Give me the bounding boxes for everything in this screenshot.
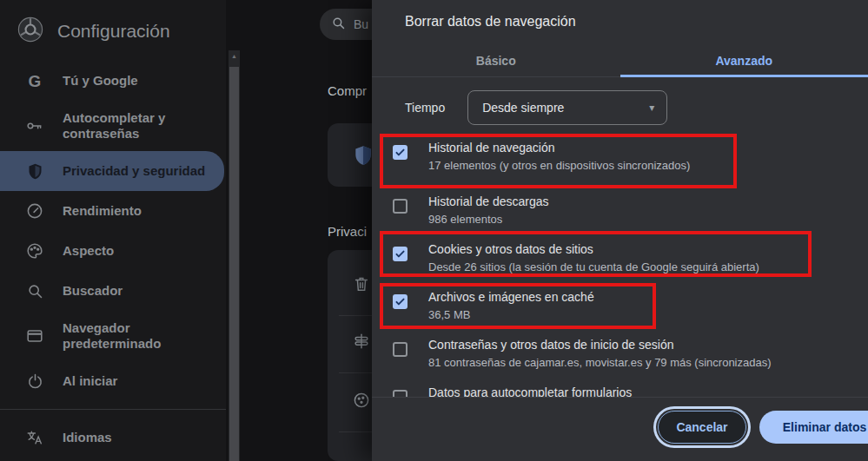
row-autocompletar[interactable]: Datos para autocompletar formularios [372,377,868,398]
row-contrasenas[interactable]: Contraseñas y otros datos de inicio de s… [372,329,868,377]
active-tab-underline [620,75,868,77]
palette-icon [24,240,45,261]
delete-data-button[interactable]: Eliminar datos [759,411,868,444]
sidebar-nav: G Tú y Google Autocompletar y contraseña… [0,61,226,461]
checkbox-checked[interactable] [393,247,407,261]
sidebar-item-descargas[interactable]: Descargas [0,458,226,461]
section-heading-privacidad: Privaci [328,224,367,239]
search-text: Bu [354,17,368,31]
row-subtitle: 17 elementos (y otros en dispositivos si… [428,157,690,175]
time-range-row: Tiempo Desde siempre ▾ [405,90,667,125]
page-title: Configuración [57,21,170,42]
power-icon [24,371,45,392]
translate-icon [24,427,45,448]
cancel-button[interactable]: Cancelar [658,411,746,444]
time-range-select[interactable]: Desde siempre ▾ [467,90,667,125]
tab-basico[interactable]: Básico [372,45,620,76]
section-heading-comprobacion: Compr [328,83,367,98]
tab-avanzado[interactable]: Avanzado [620,45,868,76]
sidebar-item-autocompletar[interactable]: Autocompletar y contraseñas [0,101,226,151]
trash-icon[interactable] [352,274,371,297]
signpost-icon[interactable] [352,332,371,354]
chrome-logo-icon [16,15,45,48]
scrollbar-thumb[interactable] [229,67,239,461]
speedometer-icon [24,201,45,221]
row-title: Cookies y otros datos de sitios [428,240,759,259]
row-subtitle: 986 elementos [428,211,549,228]
dialog-footer: Cancelar Eliminar datos [372,397,868,461]
row-cookies[interactable]: Cookies y otros datos de sitios Desde 26… [372,234,868,281]
row-title: Archivos e imágenes en caché [428,288,594,306]
sidebar-item-navegador-predeterminado[interactable]: Navegador predeterminado [0,311,226,361]
row-title: Historial de navegación [428,139,690,157]
row-title: Historial de descargas [428,193,549,211]
sidebar-item-tu-y-google[interactable]: G Tú y Google [0,61,226,101]
key-icon [24,115,45,136]
browser-window-icon [24,326,45,346]
row-cache[interactable]: Archivos e imágenes en caché 36,5 MB [372,281,868,329]
sidebar-header: Configuración [0,0,226,61]
google-g-icon: G [24,70,45,91]
checkbox-unchecked[interactable] [393,342,407,357]
chrome-settings-page: Configuración G Tú y Google Autocompleta… [0,0,868,461]
dialog-title: Borrar datos de navegación [405,14,576,30]
shield-icon [24,161,45,181]
settings-content: Bu Compr Privaci [241,0,380,461]
time-label: Tiempo [405,101,445,115]
row-title: Contraseñas y otros datos de inicio de s… [428,336,772,354]
row-subtitle: Desde 26 sitios (la sesión de tu cuenta … [428,259,759,276]
row-historial-navegacion[interactable]: Historial de navegación 17 elementos (y … [372,130,868,186]
sidebar-item-aspecto[interactable]: Aspecto [0,231,226,271]
chevron-down-icon: ▾ [649,102,654,114]
checkbox-unchecked[interactable] [393,199,407,214]
sidebar-item-al-iniciar[interactable]: Al iniciar [0,361,226,401]
row-subtitle: 81 contraseñas de cajamar.es, movistar.e… [428,354,772,372]
scrollbar-up-arrow[interactable]: ▲ [229,53,240,59]
content-scrollbar[interactable]: ▲ [229,50,240,461]
dialog-tabs: Básico Avanzado [372,45,868,77]
data-type-list: Historial de navegación 17 elementos (y … [372,130,868,398]
row-title: Datos para autocompletar formularios [428,384,632,398]
time-range-value: Desde siempre [482,101,564,115]
sidebar-item-rendimiento[interactable]: Rendimiento [0,191,226,231]
cookie-icon[interactable] [352,391,371,413]
row-subtitle: 36,5 MB [428,306,594,324]
checkbox-checked[interactable] [393,294,407,309]
settings-sidebar: Configuración G Tú y Google Autocompleta… [0,0,226,461]
sidebar-item-buscador[interactable]: Buscador [0,271,226,311]
sidebar-divider [0,409,226,410]
sidebar-item-idiomas[interactable]: Idiomas [0,418,226,458]
checkbox-checked[interactable] [393,145,407,160]
search-icon [331,16,346,33]
row-historial-descargas[interactable]: Historial de descargas 986 elementos [372,186,868,234]
search-icon [24,280,45,301]
clear-browsing-data-dialog: Borrar datos de navegación Básico Avanza… [372,0,868,461]
sidebar-item-privacidad-y-seguridad[interactable]: Privacidad y seguridad [0,151,224,191]
